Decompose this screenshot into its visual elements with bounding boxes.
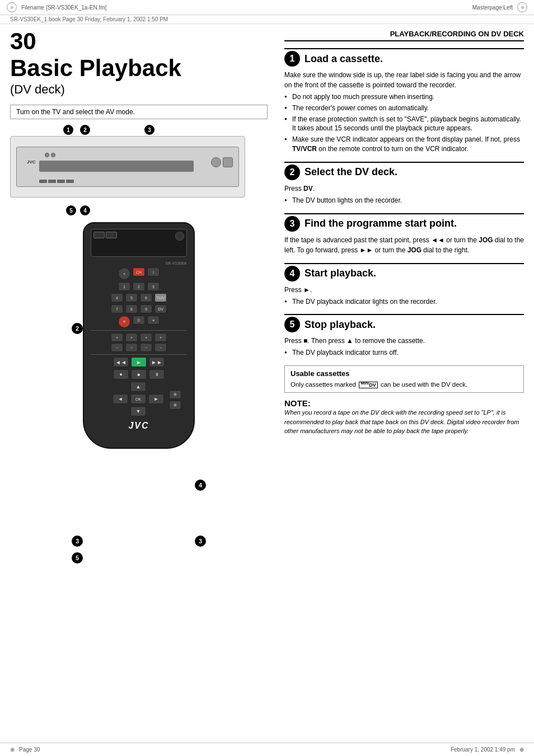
top-left-corner-mark: ⊕ bbox=[7, 2, 17, 12]
remote-btn-2[interactable]: 2 bbox=[133, 282, 145, 291]
remote-btn-pause[interactable]: ⏸ bbox=[149, 369, 165, 379]
remote-btn-dv[interactable]: DV bbox=[154, 304, 167, 313]
subtitle-line: SR-VS30EK_1.book Page 30 Friday, Februar… bbox=[10, 16, 168, 22]
remote-step-badge-5: 5 bbox=[72, 552, 83, 564]
step-4-num: 4 bbox=[284, 266, 300, 281]
remote-btn-side2[interactable]: ⊕ bbox=[169, 401, 181, 410]
remote-btn-x[interactable]: ✕ bbox=[118, 316, 130, 328]
remote-bal-down[interactable]: − bbox=[140, 343, 152, 352]
step-4-body: Press ►. The DV playback indicator light… bbox=[284, 285, 524, 307]
step-5-title: Stop playback. bbox=[305, 319, 376, 331]
cassettes-body-text-2: can be used with the DV deck. bbox=[381, 381, 467, 388]
remote-btn-plus[interactable]: + bbox=[118, 267, 130, 280]
step-4-text: Press ►. bbox=[284, 285, 524, 295]
subtitle-bar: SR-VS30EK_1.book Page 30 Friday, Februar… bbox=[0, 15, 534, 24]
step-1-title: Load a cassette. bbox=[305, 53, 383, 65]
remote-step-badge-3a: 3 bbox=[72, 536, 83, 547]
masterpage-label: Masterpage:Left bbox=[472, 4, 513, 11]
remote-btn-0[interactable]: 0 bbox=[133, 316, 145, 325]
vcr-jvc-label: JVC bbox=[27, 159, 36, 165]
remote-btn-5[interactable]: 5 bbox=[125, 293, 138, 302]
remote-screen-mid-btn bbox=[106, 232, 117, 238]
remote-btn-4[interactable]: 4 bbox=[111, 293, 123, 302]
filename-label: Filename [SR-VS30EK_1a-EN.fm] bbox=[21, 4, 106, 11]
remote-btn-1[interactable]: 1 bbox=[118, 282, 130, 291]
vcr-step-badge-5: 5 bbox=[66, 205, 76, 215]
remote-btn-down[interactable]: ▼ bbox=[130, 406, 146, 416]
step-4-header: 4 Start playback. bbox=[284, 263, 524, 281]
remote-side-btns: ⊕ ⊕ bbox=[169, 390, 181, 410]
main-title: Basic Playback bbox=[10, 55, 268, 81]
remote-btn-stop[interactable]: ■ bbox=[131, 369, 147, 379]
vcr-bb-2 bbox=[48, 180, 56, 183]
vcr-body: JVC bbox=[16, 147, 239, 187]
vcr-bb-3 bbox=[57, 180, 65, 183]
vcr-btn-1 bbox=[45, 153, 49, 157]
remote-btn-menu[interactable]: ≡ bbox=[147, 316, 160, 325]
remote-vol-up[interactable]: + bbox=[111, 333, 123, 342]
remote-btn-fwd[interactable]: ►► bbox=[149, 357, 165, 367]
remote-step-badge-4: 4 bbox=[195, 480, 206, 491]
remote-numpad-row-2: 1 2 3 bbox=[91, 282, 187, 291]
step-1-body: Make sure the window side is up, the rea… bbox=[284, 70, 524, 154]
step-1-bullet-1: Do not apply too much pressure when inse… bbox=[284, 92, 524, 102]
step-2-bullet-1: The DV button lights on the recorder. bbox=[284, 196, 524, 205]
remote-misc-down[interactable]: − bbox=[154, 343, 167, 352]
remote-btn-9[interactable]: 9 bbox=[140, 304, 152, 313]
step-5-text: Press ■. Then press ▲ to remove the cass… bbox=[284, 336, 524, 346]
remote-btn-tv-vcr[interactable]: TV/V bbox=[154, 293, 167, 302]
remote-btn-play[interactable]: ► bbox=[131, 357, 147, 367]
remote-numpad-row-1: + CH i bbox=[91, 267, 187, 280]
vcr-knob-1 bbox=[211, 157, 221, 167]
left-column: 30 Basic Playback (DV deck) Turn on the … bbox=[10, 30, 268, 740]
remote-vol-down[interactable]: − bbox=[111, 343, 123, 352]
vcr-diagram-area: 1 2 3 JVC bbox=[10, 125, 268, 217]
remote-btn-ch[interactable]: CH bbox=[133, 267, 145, 276]
remote-btn-right[interactable]: ► bbox=[148, 394, 164, 404]
remote-btn-left[interactable]: ◄ bbox=[113, 394, 128, 404]
tv-note-box: Turn on the TV and select the AV mode. bbox=[10, 105, 268, 119]
page-number: 30 bbox=[10, 30, 268, 53]
remote-vol-row: + − + − + − + − bbox=[91, 333, 187, 352]
step-2-text: Press DV. bbox=[284, 184, 524, 194]
remote-btn-info[interactable]: i bbox=[147, 267, 160, 276]
remote-screen bbox=[91, 229, 187, 257]
vcr-step-badge-4: 4 bbox=[80, 205, 90, 215]
right-column: PLAYBACK/RECORDING ON DV DECK 1 Load a c… bbox=[279, 30, 524, 740]
remote-jvc-logo: JVC bbox=[91, 421, 187, 431]
step-3-num: 3 bbox=[284, 216, 300, 232]
remote-btn-8[interactable]: 8 bbox=[125, 304, 138, 313]
vcr-right-controls bbox=[211, 157, 233, 167]
remote-btn-up[interactable]: ▲ bbox=[130, 382, 146, 392]
step-5-header: 5 Stop playback. bbox=[284, 314, 524, 332]
vcr-bottom-buttons bbox=[39, 180, 74, 183]
step-4-title: Start playback. bbox=[305, 267, 376, 279]
remote-btn-7[interactable]: 7 bbox=[111, 304, 123, 313]
step-3-title: Find the programme start point. bbox=[305, 218, 457, 229]
remote-divider-2 bbox=[91, 354, 187, 355]
vcr-button-row bbox=[45, 153, 55, 157]
vcr-step-badge-1: 1 bbox=[63, 125, 73, 135]
remote-btn-rew[interactable]: ◄◄ bbox=[113, 357, 129, 367]
remote-btn-dot[interactable]: ● bbox=[113, 369, 129, 379]
mini-dv-logo: MiniDV bbox=[359, 382, 378, 388]
bottom-bar: ⊕ Page 30 February 1, 2002 1:49 pm ⊕ bbox=[0, 743, 534, 756]
remote-divider-1 bbox=[91, 330, 187, 331]
remote-ch-up[interactable]: + bbox=[125, 333, 138, 342]
remote-power-btn bbox=[175, 232, 184, 241]
remote-btn-enter[interactable]: OK bbox=[130, 394, 146, 404]
step-4-bullet-1: The DV playback indicator lights on the … bbox=[284, 297, 524, 307]
note-body: When you record a tape on the DV deck wi… bbox=[284, 408, 524, 436]
bottom-left-corner-mark: ⊕ bbox=[10, 746, 15, 753]
remote-body: SR-VS30EK + CH i 1 2 3 4 5 6 TV/V bbox=[83, 222, 195, 449]
remote-btn-6[interactable]: 6 bbox=[140, 293, 152, 302]
remote-misc-up[interactable]: + bbox=[154, 333, 167, 342]
remote-screen-left-btn bbox=[93, 232, 105, 238]
remote-ch-down[interactable]: − bbox=[125, 343, 138, 352]
remote-btn-side1[interactable]: ⊕ bbox=[169, 390, 181, 399]
remote-numpad-row-3: 4 5 6 TV/V bbox=[91, 293, 187, 302]
remote-btn-3[interactable]: 3 bbox=[147, 282, 160, 291]
vcr-cassette-slot bbox=[39, 161, 194, 172]
remote-bal-up[interactable]: + bbox=[140, 333, 152, 342]
page-wrapper: 30 Basic Playback (DV deck) Turn on the … bbox=[0, 24, 534, 752]
